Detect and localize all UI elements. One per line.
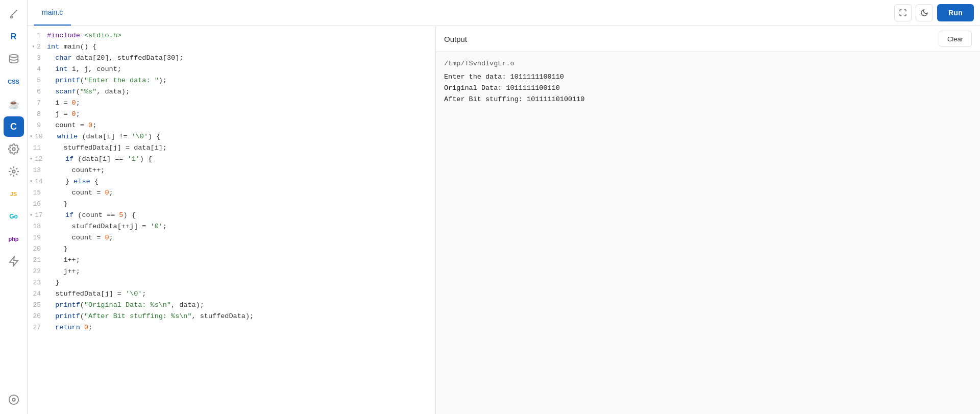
sidebar-icon-css[interactable]: CSS (4, 71, 24, 92)
code-text: int main() { (47, 41, 96, 53)
sidebar-icon-gear1[interactable] (4, 139, 24, 159)
code-line: 6 scanf("%s", data); (28, 86, 435, 98)
code-line: ▾14 } else { (28, 176, 435, 187)
svg-point-3 (9, 395, 18, 404)
line-number: 4 (28, 64, 47, 75)
fold-arrow[interactable]: ▾ (30, 41, 35, 53)
code-text: if (data[i] == '1') { (49, 154, 153, 165)
code-line: 13 count++; (28, 165, 435, 176)
code-text: count++; (47, 165, 105, 176)
line-number: 19 (28, 232, 47, 243)
line-number: 16 (28, 199, 47, 210)
line-number: 24 (28, 288, 47, 300)
svg-point-2 (12, 170, 15, 173)
code-line: 1#include <stdio.h> (28, 30, 435, 41)
line-number: ▾10 (28, 131, 49, 142)
code-text: stuffedData[j] = data[i]; (47, 142, 167, 154)
sidebar-icon-database[interactable] (4, 49, 24, 69)
code-text: } else { (49, 176, 99, 187)
line-number: 21 (28, 255, 47, 266)
sidebar-icon-php[interactable]: php (4, 229, 24, 249)
content-area: 1#include <stdio.h>▾2int main() {3 char … (28, 26, 980, 414)
code-text: j++; (47, 266, 80, 277)
sidebar: R CSS ☕ C JS Go php (0, 0, 28, 414)
sidebar-icon-brush[interactable] (4, 4, 24, 25)
code-line: 4 int i, j, count; (28, 64, 435, 75)
code-text: count = 0; (47, 232, 113, 243)
code-text: return 0; (47, 322, 92, 333)
line-number: 9 (28, 120, 47, 131)
fullscreen-button[interactable] (894, 4, 912, 21)
code-text: i++; (47, 255, 80, 266)
sidebar-icon-c[interactable]: C (4, 116, 24, 137)
svg-point-0 (9, 55, 18, 58)
main-area: main.c Run 1#include <stdio.h>▾2int main… (28, 0, 980, 414)
fold-arrow[interactable]: ▾ (28, 210, 33, 221)
code-text: printf("Enter the data: "); (47, 75, 167, 86)
sidebar-icon-go[interactable]: Go (4, 206, 24, 227)
code-text: } (47, 243, 68, 255)
line-number: 1 (28, 30, 47, 41)
sidebar-icon-bottom[interactable] (4, 389, 24, 410)
fold-arrow[interactable]: ▾ (28, 176, 33, 187)
code-editor[interactable]: 1#include <stdio.h>▾2int main() {3 char … (28, 26, 435, 414)
code-line: 9 count = 0; (28, 120, 435, 131)
code-text: if (count == 5) { (49, 210, 136, 221)
code-line: 11 stuffedData[j] = data[i]; (28, 142, 435, 154)
code-line: 8 j = 0; (28, 109, 435, 120)
output-header: Output Clear (436, 26, 980, 52)
clear-button[interactable]: Clear (939, 31, 972, 47)
line-number: 5 (28, 75, 47, 86)
tab-main-c[interactable]: main.c (34, 0, 71, 26)
line-number: 20 (28, 243, 47, 255)
code-text: scanf("%s", data); (47, 86, 130, 98)
code-line: 18 stuffedData[++j] = '0'; (28, 221, 435, 232)
code-line: ▾12 if (data[i] == '1') { (28, 154, 435, 165)
line-number: 15 (28, 187, 47, 199)
line-number: 25 (28, 300, 47, 311)
code-text: } (47, 199, 68, 210)
code-line: 24 stuffedData[j] = '\0'; (28, 288, 435, 300)
code-line: 26 printf("After Bit stuffing: %s\n", st… (28, 311, 435, 322)
output-content: /tmp/TSvhdIvgLr.oEnter the data: 1011111… (436, 52, 980, 414)
dark-mode-button[interactable] (916, 4, 933, 21)
code-text: i = 0; (47, 98, 80, 109)
sidebar-icon-r[interactable]: R (4, 27, 24, 47)
output-pane: Output Clear /tmp/TSvhdIvgLr.oEnter the … (436, 26, 980, 414)
line-number: ▾14 (28, 176, 49, 187)
code-text: count = 0; (47, 187, 113, 199)
line-number: ▾2 (28, 41, 47, 53)
line-number: 3 (28, 53, 47, 64)
sidebar-icon-swift[interactable] (4, 251, 24, 272)
code-text: stuffedData[j] = '\0'; (47, 288, 146, 300)
topbar-actions: Run (894, 4, 974, 21)
code-line: ▾10 while (data[i] != '\0') { (28, 131, 435, 142)
code-line: 21 i++; (28, 255, 435, 266)
fold-arrow[interactable]: ▾ (28, 154, 33, 165)
output-line: Enter the data: 1011111100110 (444, 71, 972, 83)
code-text: count = 0; (47, 120, 96, 131)
code-text: while (data[i] != '\0') { (49, 131, 161, 142)
sidebar-icon-gear2[interactable] (4, 161, 24, 182)
run-button[interactable]: Run (937, 4, 974, 21)
code-line: ▾17 if (count == 5) { (28, 210, 435, 221)
code-line: 25 printf("Original Data: %s\n", data); (28, 300, 435, 311)
code-line: 20 } (28, 243, 435, 255)
svg-point-1 (12, 148, 15, 151)
sidebar-icon-js[interactable]: JS (4, 184, 24, 204)
line-number: ▾12 (28, 154, 49, 165)
editor-pane: 1#include <stdio.h>▾2int main() {3 char … (28, 26, 436, 414)
fold-arrow[interactable]: ▾ (28, 131, 33, 142)
code-text: stuffedData[++j] = '0'; (47, 221, 167, 232)
sidebar-icon-java[interactable]: ☕ (4, 94, 24, 114)
line-number: 22 (28, 266, 47, 277)
code-text: } (47, 277, 59, 288)
code-line: 19 count = 0; (28, 232, 435, 243)
code-line: 5 printf("Enter the data: "); (28, 75, 435, 86)
code-text: #include <stdio.h> (47, 30, 121, 41)
code-line: 16 } (28, 199, 435, 210)
output-line: /tmp/TSvhdIvgLr.o (444, 58, 972, 69)
svg-point-4 (12, 398, 15, 401)
code-line: 15 count = 0; (28, 187, 435, 199)
code-text: int i, j, count; (47, 64, 121, 75)
